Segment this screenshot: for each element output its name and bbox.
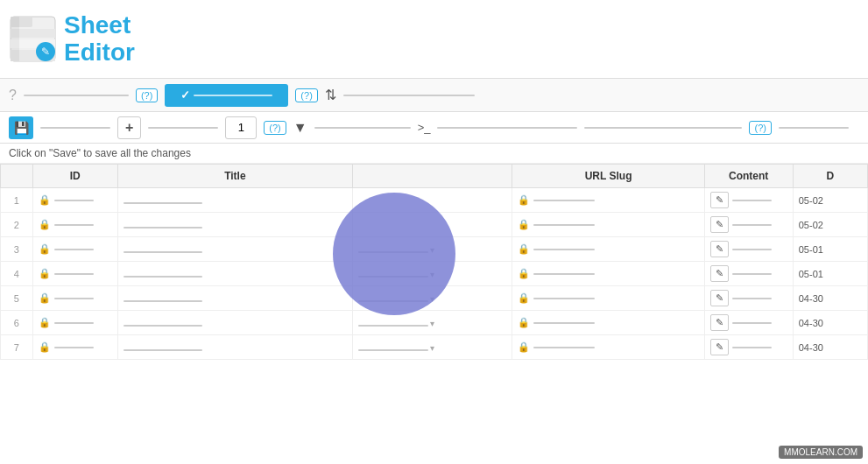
cell-excerpt[interactable] xyxy=(352,188,512,213)
sort-icon[interactable]: ⇅ xyxy=(325,87,336,103)
edit-button[interactable]: ✎ xyxy=(710,241,729,257)
cell-id: 🔒 xyxy=(32,262,117,286)
svg-rect-5 xyxy=(11,17,19,61)
help-badge-1[interactable]: (?) xyxy=(136,88,158,102)
cell-date: 05-01 xyxy=(793,262,867,286)
cell-excerpt[interactable] xyxy=(352,213,512,237)
page-number-input[interactable] xyxy=(225,116,257,139)
slug-value xyxy=(533,347,595,348)
cell-excerpt[interactable]: ▾ xyxy=(352,286,512,311)
dropdown-arrow[interactable]: ▾ xyxy=(430,294,434,304)
status-bar: Click on "Save" to save all the changes xyxy=(0,144,868,164)
app-header: ✎ Sheet Editor xyxy=(0,0,868,79)
edit-button[interactable]: ✎ xyxy=(710,290,729,306)
edit-button[interactable]: ✎ xyxy=(710,339,729,355)
check-button[interactable] xyxy=(165,84,288,107)
dropdown-arrow[interactable]: ▾ xyxy=(430,343,434,353)
cell-id: 🔒 xyxy=(32,188,117,213)
app-title: Sheet Editor xyxy=(64,12,135,67)
save-button[interactable]: 💾 xyxy=(9,116,33,139)
add-row-button[interactable]: + xyxy=(117,116,141,139)
excerpt-value xyxy=(358,325,428,327)
cell-title[interactable] xyxy=(117,311,352,335)
dropdown-arrow[interactable]: ▾ xyxy=(430,319,434,328)
col-header-slug: URL Slug xyxy=(512,165,704,188)
edit-button[interactable]: ✎ xyxy=(710,265,729,282)
cell-content[interactable]: ✎ xyxy=(704,262,793,286)
slug-value xyxy=(533,224,595,226)
toolbar2-line3 xyxy=(314,127,411,129)
cell-excerpt[interactable]: ▾ xyxy=(352,237,512,262)
cell-date: 05-02 xyxy=(793,213,867,237)
help-icon-1[interactable]: ? xyxy=(9,88,17,103)
cell-id: 🔒 xyxy=(32,335,117,360)
id-value xyxy=(54,322,94,324)
cell-excerpt[interactable]: ▾ xyxy=(352,311,512,335)
table-row: 1🔒🔒✎05-02 xyxy=(1,188,868,213)
cell-title[interactable] xyxy=(117,213,352,237)
watermark: MMOLEARN.COM xyxy=(779,446,863,459)
id-value xyxy=(54,298,94,299)
col-header-row xyxy=(1,165,33,188)
cell-title[interactable] xyxy=(117,335,352,360)
table-wrapper: ID Title URL Slug Content D 1🔒🔒✎05-022🔒🔒… xyxy=(0,164,868,461)
col-header-title: Title xyxy=(117,165,352,188)
table-row: 4🔒▾🔒✎05-01 xyxy=(1,262,868,286)
app-logo-icon: ✎ xyxy=(9,15,57,63)
cell-date: 04-30 xyxy=(793,311,867,335)
cell-title[interactable] xyxy=(117,188,352,213)
title-value xyxy=(123,349,202,351)
cell-content[interactable]: ✎ xyxy=(704,237,793,262)
content-value xyxy=(732,298,772,299)
excerpt-value xyxy=(358,300,428,302)
title-value xyxy=(123,325,202,327)
filter-icon[interactable]: ▼ xyxy=(293,120,307,136)
cell-title[interactable] xyxy=(117,237,352,262)
cell-content[interactable]: ✎ xyxy=(704,213,793,237)
table-row: 2🔒🔒✎05-02 xyxy=(1,213,868,237)
cell-title[interactable] xyxy=(117,286,352,311)
lock-icon-slug: 🔒 xyxy=(518,341,530,353)
edit-button[interactable]: ✎ xyxy=(710,314,729,331)
cell-excerpt[interactable]: ▾ xyxy=(352,262,512,286)
cell-content[interactable]: ✎ xyxy=(704,188,793,213)
cell-content[interactable]: ✎ xyxy=(704,311,793,335)
content-value xyxy=(732,224,772,226)
title-value xyxy=(123,300,202,302)
lock-icon: 🔒 xyxy=(39,341,51,353)
cmd-icon[interactable]: >_ xyxy=(418,121,431,134)
cell-title[interactable] xyxy=(117,262,352,286)
row-number: 3 xyxy=(1,237,33,262)
slug-value xyxy=(533,273,595,275)
dropdown-arrow[interactable]: ▾ xyxy=(430,270,434,279)
dropdown-arrow[interactable]: ▾ xyxy=(430,245,434,255)
col-header-content: Content xyxy=(704,165,793,188)
edit-button[interactable]: ✎ xyxy=(710,192,729,208)
toolbar1-line1 xyxy=(24,95,129,96)
cell-date: 04-30 xyxy=(793,286,867,311)
table-row: 7🔒▾🔒✎04-30 xyxy=(1,335,868,360)
id-value xyxy=(54,273,94,275)
row-number: 6 xyxy=(1,311,33,335)
help-badge-3[interactable]: (?) xyxy=(264,121,286,135)
help-badge-2[interactable]: (?) xyxy=(295,88,317,102)
title-value xyxy=(123,276,202,278)
lock-icon: 🔒 xyxy=(39,317,51,328)
lock-icon: 🔒 xyxy=(39,268,51,279)
cell-content[interactable]: ✎ xyxy=(704,286,793,311)
cell-excerpt[interactable]: ▾ xyxy=(352,335,512,360)
id-value xyxy=(54,224,94,226)
col-header-excerpt xyxy=(352,165,512,188)
cell-content[interactable]: ✎ xyxy=(704,335,793,360)
table-row: 3🔒▾🔒✎05-01 xyxy=(1,237,868,262)
lock-icon-slug: 🔒 xyxy=(518,292,530,304)
help-badge-4[interactable]: (?) xyxy=(749,121,771,135)
lock-icon: 🔒 xyxy=(39,292,51,304)
title-value xyxy=(123,251,202,253)
lock-icon-slug: 🔒 xyxy=(518,219,530,230)
cell-date: 04-30 xyxy=(793,335,867,360)
edit-button[interactable]: ✎ xyxy=(710,216,729,233)
svg-text:✎: ✎ xyxy=(41,46,50,58)
toolbar2-line2 xyxy=(148,127,218,129)
lock-icon: 🔒 xyxy=(39,194,51,206)
